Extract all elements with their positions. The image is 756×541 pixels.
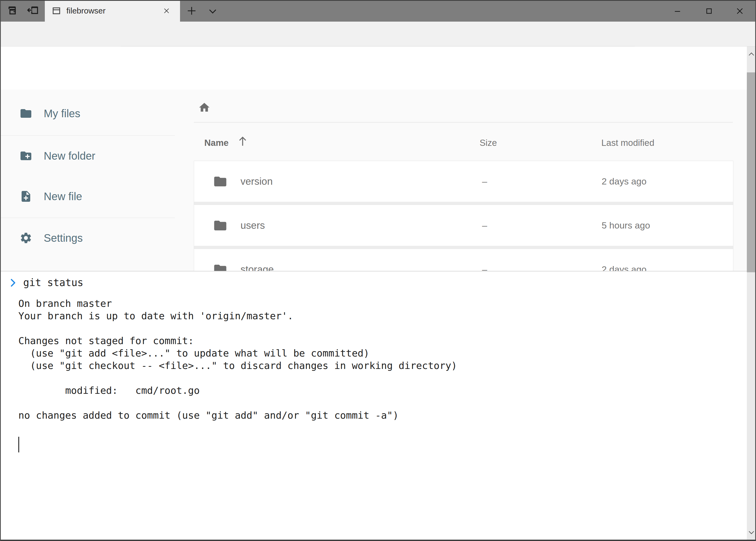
- sidebar-item-settings[interactable]: Settings: [0, 222, 175, 254]
- tab-close-icon[interactable]: [163, 7, 170, 15]
- terminal-cursor: [18, 437, 19, 452]
- new-folder-icon: [19, 149, 32, 162]
- folder-icon: [19, 107, 32, 120]
- scroll-up-icon[interactable]: [747, 49, 756, 59]
- column-header-size[interactable]: Size: [480, 138, 497, 148]
- file-row-version[interactable]: version – 2 days ago: [194, 161, 733, 202]
- file-modified: 5 hours ago: [602, 220, 650, 231]
- sidebar-item-my-files[interactable]: My files: [0, 97, 175, 130]
- column-header-name[interactable]: Name: [204, 138, 229, 148]
- file-name: users: [240, 220, 265, 231]
- terminal-output: On branch master Your branch is up to da…: [18, 297, 457, 422]
- sidebar-item-label: New folder: [44, 150, 95, 162]
- scroll-down-icon[interactable]: [747, 527, 756, 537]
- file-row-users[interactable]: users – 5 hours ago: [194, 205, 733, 246]
- window-minimize-button[interactable]: [673, 6, 682, 16]
- terminal-prompt-line: git status: [9, 277, 84, 288]
- window-close-button[interactable]: [735, 6, 744, 16]
- column-header-modified[interactable]: Last modified: [601, 138, 654, 148]
- tab-title: filebrowser: [66, 6, 106, 15]
- new-file-icon: [19, 190, 32, 203]
- file-modified: 2 days ago: [602, 176, 646, 187]
- file-size: –: [482, 176, 487, 187]
- tab-filebrowser[interactable]: filebrowser: [45, 0, 180, 22]
- sidebar-item-label: Settings: [44, 232, 83, 244]
- browser-window: filebrowser: [0, 0, 756, 541]
- sidebar-item-new-file[interactable]: New file: [0, 180, 175, 213]
- scrollbar-thumb[interactable]: [747, 72, 756, 272]
- tab-preview-chevron-icon[interactable]: [207, 6, 219, 16]
- file-size: –: [482, 220, 487, 231]
- sidebar-item-label: My files: [44, 108, 81, 120]
- window-maximize-button[interactable]: [704, 6, 714, 16]
- new-tab-button[interactable]: [186, 5, 197, 16]
- folder-icon: [213, 174, 227, 189]
- filebrowser-header: [0, 46, 756, 90]
- settings-gear-icon: [19, 232, 32, 245]
- page-icon: [52, 6, 61, 15]
- breadcrumb-divider: [194, 122, 733, 123]
- folder-icon: [213, 218, 227, 233]
- address-bar: filebrowser.web/files/: [0, 22, 756, 46]
- sort-ascending-arrow-icon[interactable]: [236, 135, 249, 148]
- prompt-chevron-icon: [9, 277, 17, 288]
- terminal-panel[interactable]: git status On branch master Your branch …: [0, 271, 756, 541]
- sidebar-item-new-folder[interactable]: New folder: [0, 140, 175, 172]
- sidebar-divider: [0, 135, 175, 136]
- set-tabs-aside-icon[interactable]: [26, 5, 39, 17]
- sidebar-divider: [0, 218, 175, 218]
- title-bar: filebrowser: [0, 0, 756, 22]
- file-name: version: [240, 176, 273, 187]
- sidebar-item-label: New file: [44, 191, 82, 203]
- page-scrollbar[interactable]: [747, 46, 756, 541]
- tabs-set-aside-list-icon[interactable]: [6, 5, 18, 17]
- breadcrumb-home-icon[interactable]: [198, 101, 210, 114]
- terminal-command: git status: [23, 277, 84, 288]
